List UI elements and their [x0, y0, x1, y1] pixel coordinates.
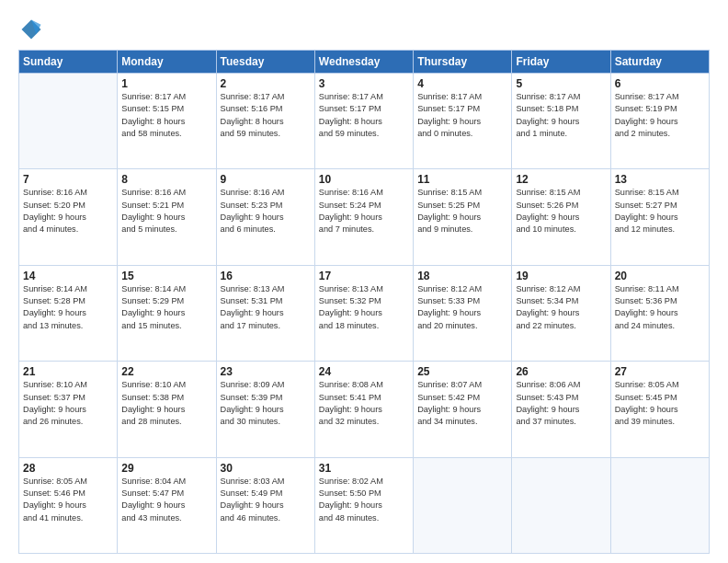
day-number: 3	[319, 77, 409, 90]
day-number: 10	[319, 173, 409, 186]
day-number: 24	[319, 365, 409, 378]
day-number: 6	[615, 77, 705, 90]
calendar-cell: 26Sunrise: 8:06 AMSunset: 5:43 PMDayligh…	[512, 362, 610, 457]
day-number: 19	[516, 270, 606, 282]
day-number: 14	[23, 270, 113, 282]
day-number: 22	[121, 365, 211, 378]
day-info: Sunrise: 8:15 AMSunset: 5:27 PMDaylight:…	[615, 187, 705, 236]
day-number: 26	[516, 365, 606, 378]
weekday-header-tuesday: Tuesday	[216, 51, 314, 74]
calendar-cell: 11Sunrise: 8:15 AMSunset: 5:25 PMDayligh…	[414, 169, 512, 265]
calendar-cell: 27Sunrise: 8:05 AMSunset: 5:45 PMDayligh…	[610, 362, 709, 457]
day-info: Sunrise: 8:16 AMSunset: 5:24 PMDaylight:…	[319, 187, 409, 236]
weekday-header-wednesday: Wednesday	[314, 51, 413, 74]
weekday-header-monday: Monday	[118, 51, 216, 74]
calendar-cell: 25Sunrise: 8:07 AMSunset: 5:42 PMDayligh…	[414, 362, 512, 457]
calendar-cell: 22Sunrise: 8:10 AMSunset: 5:38 PMDayligh…	[118, 362, 216, 457]
day-number: 21	[23, 365, 113, 378]
calendar-cell: 1Sunrise: 8:17 AMSunset: 5:15 PMDaylight…	[118, 74, 216, 169]
day-number: 7	[23, 173, 113, 186]
day-info: Sunrise: 8:16 AMSunset: 5:23 PMDaylight:…	[221, 187, 311, 236]
calendar-cell: 20Sunrise: 8:11 AMSunset: 5:36 PMDayligh…	[610, 265, 709, 361]
day-number: 27	[615, 365, 705, 378]
day-info: Sunrise: 8:15 AMSunset: 5:25 PMDaylight:…	[417, 187, 507, 236]
calendar-cell: 4Sunrise: 8:17 AMSunset: 5:17 PMDaylight…	[414, 74, 512, 169]
day-number: 2	[221, 77, 311, 90]
day-info: Sunrise: 8:05 AMSunset: 5:45 PMDaylight:…	[615, 379, 705, 428]
day-number: 17	[319, 270, 409, 282]
day-info: Sunrise: 8:08 AMSunset: 5:41 PMDaylight:…	[319, 379, 409, 428]
calendar-cell: 8Sunrise: 8:16 AMSunset: 5:21 PMDaylight…	[118, 169, 216, 265]
day-info: Sunrise: 8:07 AMSunset: 5:42 PMDaylight:…	[417, 379, 507, 428]
day-info: Sunrise: 8:15 AMSunset: 5:26 PMDaylight:…	[516, 187, 606, 236]
day-info: Sunrise: 8:12 AMSunset: 5:33 PMDaylight:…	[417, 283, 507, 332]
day-number: 12	[516, 173, 606, 186]
day-info: Sunrise: 8:10 AMSunset: 5:37 PMDaylight:…	[23, 379, 113, 428]
day-info: Sunrise: 8:17 AMSunset: 5:15 PMDaylight:…	[121, 91, 211, 140]
day-number: 28	[23, 462, 113, 475]
calendar-cell: 28Sunrise: 8:05 AMSunset: 5:46 PMDayligh…	[19, 457, 118, 553]
calendar-cell	[19, 74, 118, 169]
week-row-5: 28Sunrise: 8:05 AMSunset: 5:46 PMDayligh…	[19, 457, 710, 553]
day-info: Sunrise: 8:04 AMSunset: 5:47 PMDaylight:…	[121, 476, 211, 524]
calendar-cell: 16Sunrise: 8:13 AMSunset: 5:31 PMDayligh…	[216, 265, 314, 361]
week-row-4: 21Sunrise: 8:10 AMSunset: 5:37 PMDayligh…	[19, 362, 710, 457]
calendar-cell: 12Sunrise: 8:15 AMSunset: 5:26 PMDayligh…	[512, 169, 610, 265]
day-number: 23	[221, 365, 311, 378]
calendar-cell	[512, 457, 610, 553]
calendar-cell: 24Sunrise: 8:08 AMSunset: 5:41 PMDayligh…	[314, 362, 413, 457]
day-info: Sunrise: 8:17 AMSunset: 5:17 PMDaylight:…	[319, 91, 409, 140]
day-info: Sunrise: 8:16 AMSunset: 5:20 PMDaylight:…	[23, 187, 113, 236]
day-info: Sunrise: 8:12 AMSunset: 5:34 PMDaylight:…	[516, 283, 606, 332]
logo	[18, 17, 48, 42]
calendar-cell: 15Sunrise: 8:14 AMSunset: 5:29 PMDayligh…	[118, 265, 216, 361]
calendar-cell: 17Sunrise: 8:13 AMSunset: 5:32 PMDayligh…	[314, 265, 413, 361]
header	[18, 17, 710, 42]
day-info: Sunrise: 8:02 AMSunset: 5:50 PMDaylight:…	[319, 476, 409, 524]
day-number: 29	[121, 462, 211, 475]
week-row-1: 1Sunrise: 8:17 AMSunset: 5:15 PMDaylight…	[19, 74, 710, 169]
day-info: Sunrise: 8:13 AMSunset: 5:31 PMDaylight:…	[221, 283, 311, 332]
day-number: 13	[615, 173, 705, 186]
day-number: 8	[121, 173, 211, 186]
week-row-2: 7Sunrise: 8:16 AMSunset: 5:20 PMDaylight…	[19, 169, 710, 265]
day-info: Sunrise: 8:17 AMSunset: 5:16 PMDaylight:…	[221, 91, 311, 140]
calendar-cell: 6Sunrise: 8:17 AMSunset: 5:19 PMDaylight…	[610, 74, 709, 169]
day-info: Sunrise: 8:14 AMSunset: 5:29 PMDaylight:…	[121, 283, 211, 332]
day-number: 1	[121, 77, 211, 90]
day-number: 9	[221, 173, 311, 186]
day-number: 5	[516, 77, 606, 90]
calendar-cell: 14Sunrise: 8:14 AMSunset: 5:28 PMDayligh…	[19, 265, 118, 361]
calendar-cell: 29Sunrise: 8:04 AMSunset: 5:47 PMDayligh…	[118, 457, 216, 553]
day-info: Sunrise: 8:16 AMSunset: 5:21 PMDaylight:…	[121, 187, 211, 236]
weekday-header-row: SundayMondayTuesdayWednesdayThursdayFrid…	[19, 51, 710, 74]
calendar-cell: 7Sunrise: 8:16 AMSunset: 5:20 PMDaylight…	[19, 169, 118, 265]
weekday-header-friday: Friday	[512, 51, 610, 74]
weekday-header-saturday: Saturday	[610, 51, 709, 74]
calendar-cell: 21Sunrise: 8:10 AMSunset: 5:37 PMDayligh…	[19, 362, 118, 457]
day-number: 11	[417, 173, 507, 186]
calendar-cell: 5Sunrise: 8:17 AMSunset: 5:18 PMDaylight…	[512, 74, 610, 169]
calendar-cell: 23Sunrise: 8:09 AMSunset: 5:39 PMDayligh…	[216, 362, 314, 457]
weekday-header-sunday: Sunday	[19, 51, 118, 74]
day-info: Sunrise: 8:14 AMSunset: 5:28 PMDaylight:…	[23, 283, 113, 332]
day-number: 18	[417, 270, 507, 282]
day-info: Sunrise: 8:10 AMSunset: 5:38 PMDaylight:…	[121, 379, 211, 428]
calendar-cell: 10Sunrise: 8:16 AMSunset: 5:24 PMDayligh…	[314, 169, 413, 265]
calendar-cell	[414, 457, 512, 553]
day-number: 25	[417, 365, 507, 378]
day-number: 20	[615, 270, 705, 282]
day-info: Sunrise: 8:09 AMSunset: 5:39 PMDaylight:…	[221, 379, 311, 428]
day-info: Sunrise: 8:05 AMSunset: 5:46 PMDaylight:…	[23, 476, 113, 524]
calendar-cell	[610, 457, 709, 553]
day-info: Sunrise: 8:17 AMSunset: 5:17 PMDaylight:…	[417, 91, 507, 140]
day-info: Sunrise: 8:03 AMSunset: 5:49 PMDaylight:…	[221, 476, 311, 524]
day-number: 31	[319, 462, 409, 475]
day-info: Sunrise: 8:13 AMSunset: 5:32 PMDaylight:…	[319, 283, 409, 332]
day-info: Sunrise: 8:11 AMSunset: 5:36 PMDaylight:…	[615, 283, 705, 332]
day-number: 15	[121, 270, 211, 282]
calendar-cell: 19Sunrise: 8:12 AMSunset: 5:34 PMDayligh…	[512, 265, 610, 361]
day-number: 4	[417, 77, 507, 90]
week-row-3: 14Sunrise: 8:14 AMSunset: 5:28 PMDayligh…	[19, 265, 710, 361]
page: SundayMondayTuesdayWednesdayThursdayFrid…	[0, 0, 728, 563]
